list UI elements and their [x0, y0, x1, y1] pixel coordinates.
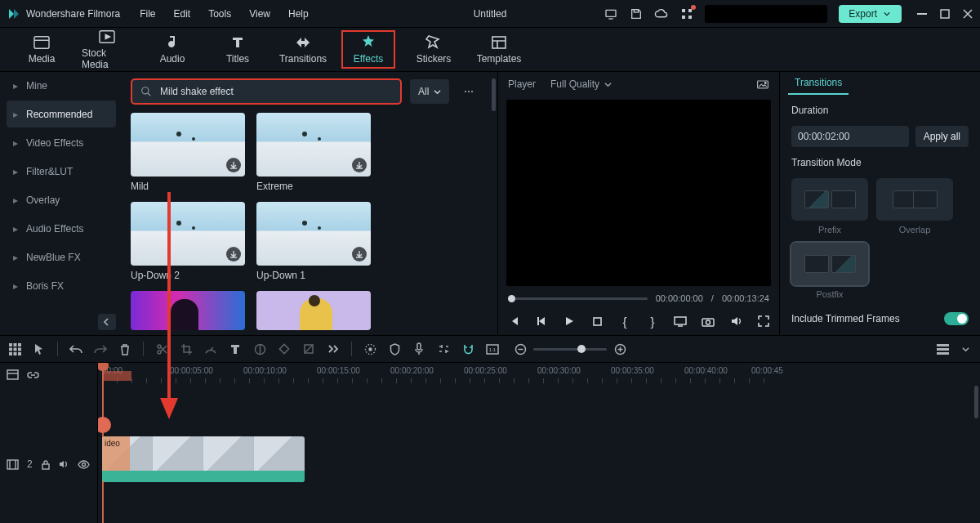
cat-video-effects[interactable]: ▸Video Effects: [7, 129, 116, 156]
cursor-icon[interactable]: [33, 342, 46, 355]
magnet-icon[interactable]: [461, 342, 474, 355]
mark-out-icon[interactable]: }: [646, 315, 659, 328]
player-quality-select[interactable]: Full Quality: [550, 78, 612, 90]
tab-titles[interactable]: Titles: [211, 30, 265, 69]
cat-audio-effects[interactable]: ▸Audio Effects: [7, 215, 116, 242]
color-icon[interactable]: [253, 342, 266, 355]
crop-icon[interactable]: [180, 342, 193, 355]
menu-edit[interactable]: Edit: [174, 8, 191, 20]
auto-reframe-icon[interactable]: [363, 342, 376, 355]
mode-overlap[interactable]: Overlap: [876, 178, 953, 235]
audio-icon: [165, 34, 180, 51]
mode-prefix[interactable]: Prefix: [791, 178, 868, 235]
display-mode-icon[interactable]: [674, 315, 687, 328]
mark-in-icon[interactable]: {: [618, 315, 631, 328]
apply-all-button[interactable]: Apply all: [915, 126, 969, 147]
tab-stock-media[interactable]: Stock Media: [80, 25, 134, 74]
menu-help[interactable]: Help: [288, 8, 309, 20]
audio-mix-icon[interactable]: [437, 342, 450, 355]
fullscreen-icon[interactable]: [757, 315, 770, 328]
marker-shield-icon[interactable]: [388, 342, 401, 355]
device-preview-icon[interactable]: [604, 7, 617, 20]
split-icon[interactable]: [155, 342, 168, 355]
effects-search-box[interactable]: [131, 78, 402, 105]
tab-templates[interactable]: Templates: [472, 30, 526, 69]
timeline-tracks[interactable]: 00:00 00:00:05:00 00:00:10:00 00:00:15:0…: [98, 363, 980, 523]
stop-icon[interactable]: [590, 315, 604, 328]
save-icon[interactable]: [629, 7, 643, 20]
expand-tools-icon[interactable]: [327, 342, 340, 355]
text-icon[interactable]: [229, 342, 242, 355]
speed-icon[interactable]: [204, 342, 217, 355]
timeline-layout-icon[interactable]: [7, 369, 19, 380]
lock-icon[interactable]: [41, 459, 51, 470]
delete-icon[interactable]: [118, 342, 131, 355]
undo-icon[interactable]: [69, 342, 82, 355]
window-close-icon[interactable]: [962, 8, 973, 20]
effect-thumb-updown1[interactable]: Up-Down 1: [256, 202, 371, 281]
zoom-out-icon[interactable]: [514, 342, 527, 355]
collapse-sidebar-button[interactable]: [98, 314, 116, 330]
cat-overlay[interactable]: ▸Overlay: [7, 186, 116, 213]
zoom-in-icon[interactable]: [613, 342, 626, 355]
adjustment-icon[interactable]: [302, 342, 315, 355]
link-icon[interactable]: [27, 369, 39, 380]
export-button[interactable]: Export: [839, 5, 902, 23]
svg-rect-24: [18, 347, 21, 351]
effect-thumb-extreme[interactable]: Extreme: [256, 113, 371, 192]
tab-stickers[interactable]: Stickers: [407, 30, 461, 69]
cat-filter-lut[interactable]: ▸Filter&LUT: [7, 158, 116, 185]
tab-transitions[interactable]: Transitions: [276, 30, 330, 69]
play-icon[interactable]: [563, 315, 576, 328]
effects-search-input[interactable]: [158, 85, 392, 98]
window-minimize-icon[interactable]: [916, 8, 928, 20]
effect-thumb-5[interactable]: [131, 291, 245, 330]
prev-frame-icon[interactable]: [507, 315, 520, 328]
browser-scrollbar[interactable]: [492, 78, 496, 111]
include-trimmed-toggle[interactable]: [944, 312, 969, 325]
clip-marker[interactable]: [98, 417, 111, 433]
apps-icon[interactable]: [679, 7, 693, 20]
voiceover-icon[interactable]: [412, 342, 425, 355]
track-options-icon[interactable]: [959, 342, 972, 355]
effect-thumb-mild[interactable]: Mild: [131, 113, 245, 192]
effect-thumb-6[interactable]: [256, 291, 371, 330]
filter-all-button[interactable]: All: [410, 79, 449, 104]
tab-audio[interactable]: Audio: [145, 30, 199, 69]
step-back-icon[interactable]: [535, 315, 548, 328]
grid-icon[interactable]: [8, 342, 21, 355]
cat-recommended[interactable]: ▸Recommended: [7, 101, 116, 127]
tab-media[interactable]: Media: [15, 30, 69, 69]
timeline-ruler[interactable]: 00:00 00:00:05:00 00:00:10:00 00:00:15:0…: [98, 363, 980, 386]
visibility-icon[interactable]: [78, 460, 90, 469]
keyframe-icon[interactable]: [278, 342, 291, 355]
timeline-scrollbar[interactable]: [974, 386, 978, 418]
menu-file[interactable]: File: [140, 8, 155, 20]
cat-newblue[interactable]: ▸NewBlue FX: [7, 244, 116, 270]
duration-field[interactable]: 00:00:02:00: [791, 126, 909, 147]
account-area[interactable]: [705, 5, 827, 23]
window-maximize-icon[interactable]: [939, 8, 951, 20]
preview-viewport[interactable]: [506, 100, 771, 286]
camera-icon[interactable]: [702, 315, 715, 328]
volume-icon[interactable]: [729, 315, 742, 328]
more-options-button[interactable]: ⋯: [457, 80, 480, 103]
track-display-icon[interactable]: [936, 342, 949, 355]
cat-mine[interactable]: ▸Mine: [7, 72, 116, 99]
cloud-icon[interactable]: [654, 7, 668, 20]
effect-thumb-updown2[interactable]: Up-Down 2: [131, 202, 245, 281]
video-clip[interactable]: ideo: [102, 436, 305, 482]
ratio-icon[interactable]: 1:1: [486, 342, 499, 355]
mute-icon[interactable]: [59, 459, 69, 469]
tab-effects[interactable]: Effects: [341, 30, 395, 69]
zoom-slider[interactable]: [533, 348, 607, 351]
menu-view[interactable]: View: [249, 8, 270, 20]
mode-postfix[interactable]: Postfix: [791, 243, 868, 299]
snapshot-icon[interactable]: [756, 78, 769, 90]
video-track-header[interactable]: 2: [0, 438, 97, 490]
transitions-panel-tab[interactable]: Transitions: [788, 72, 849, 95]
redo-icon[interactable]: [94, 342, 107, 355]
cat-boris[interactable]: ▸Boris FX: [7, 272, 116, 299]
menu-tools[interactable]: Tools: [208, 8, 231, 20]
playback-progress[interactable]: [508, 297, 648, 300]
